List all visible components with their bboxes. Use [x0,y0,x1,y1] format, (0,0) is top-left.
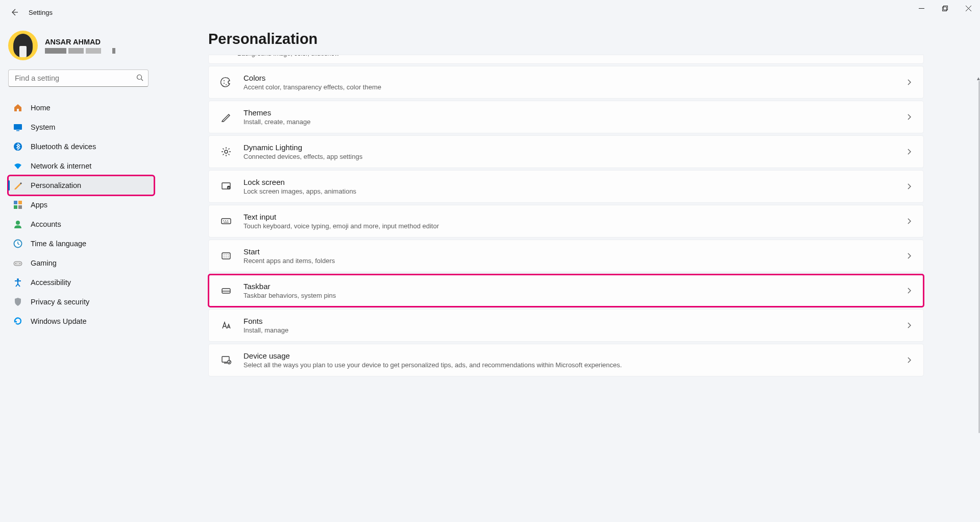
nav-list: HomeSystemBluetooth & devicesNetwork & i… [8,98,154,331]
svg-point-27 [228,254,229,255]
device-icon [220,354,232,366]
nav-item-apps[interactable]: Apps [8,195,154,215]
taskbar-icon [220,285,232,296]
card-start[interactable]: Start Recent apps and items, folders [208,240,924,272]
back-button[interactable] [4,2,24,22]
chevron-right-icon [906,79,912,85]
card-subtitle: Touch keyboard, voice typing, emoji and … [243,222,895,230]
nav-item-privacy[interactable]: Privacy & security [8,292,154,312]
card-title: Dynamic Lighting [243,143,895,152]
svg-point-26 [226,254,227,255]
card-background-cropped[interactable]: Background image, color, slideshow [208,55,924,64]
nav-label: Accessibility [31,278,71,287]
chevron-right-icon [906,149,912,155]
card-subtitle: Install, create, manage [243,118,895,126]
accounts-icon [13,220,22,229]
profile-block[interactable]: ANSAR AHMAD [8,29,154,69]
card-title: Lock screen [243,178,895,186]
card-title: Text input [243,212,895,221]
update-icon [13,317,22,326]
card-fonts[interactable]: Fonts Install, manage [208,309,924,342]
nav-item-network[interactable]: Network & internet [8,156,154,176]
minimize-icon [919,6,924,11]
chevron-right-icon [906,253,912,259]
time-icon [13,239,22,248]
nav-item-time[interactable]: Time & language [8,234,154,253]
svg-rect-7 [18,201,22,204]
nav-item-gaming[interactable]: Gaming [8,253,154,273]
svg-rect-8 [14,205,17,209]
maximize-icon [942,6,948,11]
network-icon [13,161,22,171]
minimize-button[interactable] [910,0,933,16]
colors-icon [220,77,232,88]
svg-point-19 [225,150,228,153]
card-subtitle: Connected devices, effects, app settings [243,153,895,160]
card-colors[interactable]: Colors Accent color, transparency effect… [208,66,924,99]
card-textinput[interactable]: Text input Touch keyboard, voice typing,… [208,205,924,238]
nav-item-home[interactable]: Home [8,98,154,117]
nav-label: Windows Update [31,317,87,325]
gaming-icon [13,258,22,268]
close-button[interactable] [957,0,980,16]
card-device[interactable]: Device usage Select all the ways you pla… [208,344,924,376]
lock-icon [220,181,232,192]
card-title: Start [243,247,895,256]
start-icon [220,250,232,262]
chevron-right-icon [906,288,912,294]
system-icon [13,123,22,132]
themes-icon [220,111,232,123]
svg-rect-6 [14,201,17,204]
svg-point-28 [224,256,225,257]
page-title: Personalization [208,31,924,48]
personalization-icon [13,181,22,190]
card-title: Fonts [243,317,895,325]
card-subtitle: Select all the ways you plan to use your… [243,361,895,369]
nav-item-accessibility[interactable]: Accessibility [8,273,154,292]
chevron-right-icon [906,183,912,189]
home-icon [13,103,22,112]
main-content: Personalization Background image, color,… [158,25,980,522]
profile-sub [45,48,115,54]
search-input[interactable] [8,69,149,87]
svg-point-15 [17,278,19,280]
search-icon [136,74,144,82]
svg-rect-24 [222,253,230,259]
nav-label: Apps [31,201,47,209]
svg-point-18 [226,84,227,85]
svg-point-14 [19,263,20,264]
maximize-button[interactable] [933,0,957,16]
textinput-icon [220,216,232,227]
card-title: Themes [243,108,895,117]
apps-icon [13,200,22,209]
svg-point-17 [224,83,225,84]
nav-label: Time & language [31,240,86,248]
svg-rect-3 [14,124,22,130]
sidebar: ANSAR AHMAD HomeSystemBluetooth & device… [0,25,158,522]
card-themes[interactable]: Themes Install, create, manage [208,101,924,133]
nav-item-system[interactable]: System [8,117,154,137]
nav-item-update[interactable]: Windows Update [8,312,154,331]
svg-rect-0 [942,7,946,11]
nav-item-accounts[interactable]: Accounts [8,215,154,234]
card-title: Device usage [243,351,895,360]
nav-label: Home [31,104,51,112]
avatar [8,31,38,60]
nav-label: Network & internet [31,162,91,170]
nav-label: System [31,123,55,131]
bluetooth-icon [13,142,22,151]
arrow-left-icon [10,8,18,16]
search-box[interactable] [8,69,154,87]
nav-item-bluetooth[interactable]: Bluetooth & devices [8,137,154,156]
card-subtitle: Accent color, transparency effects, colo… [243,83,895,91]
nav-item-personalization[interactable]: Personalization [8,176,154,195]
card-title: Colors [243,74,895,82]
nav-label: Bluetooth & devices [31,143,96,151]
card-lock[interactable]: Lock screen Lock screen images, apps, an… [208,170,924,203]
svg-point-13 [15,263,16,264]
nav-label: Personalization [31,181,81,189]
card-dynamic[interactable]: Dynamic Lighting Connected devices, effe… [208,135,924,168]
card-taskbar[interactable]: Taskbar Taskbar behaviors, system pins [208,274,924,307]
chevron-right-icon [906,322,912,328]
svg-rect-23 [222,219,231,224]
